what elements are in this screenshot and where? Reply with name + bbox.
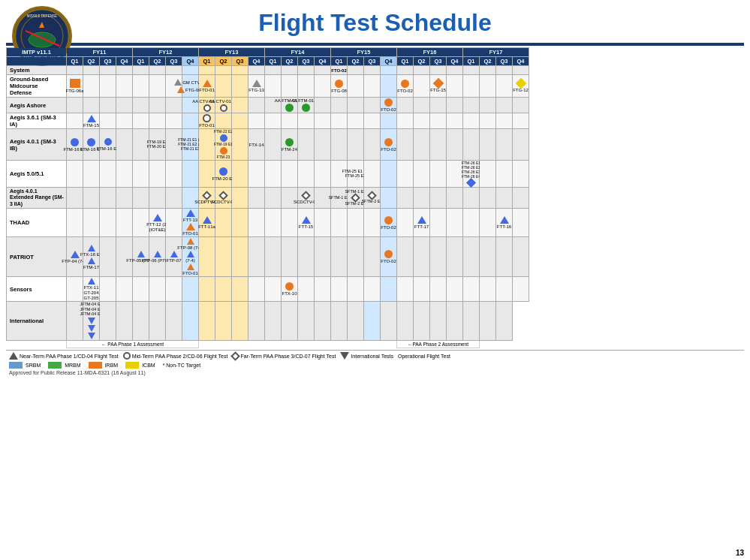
s-fy16q1 (397, 66, 414, 75)
fy17-header: FY17 (463, 48, 529, 57)
page-number: 13 (736, 549, 744, 557)
s-fy11q1 (67, 66, 83, 75)
s-fy14q4 (315, 66, 331, 75)
aegis-ashore-label: Aegis Ashore (7, 98, 67, 113)
aegis50-label: Aegis 5.0/5.1 (7, 161, 67, 188)
aegis50-row: Aegis 5.0/5.1 FTM-20 E1 (7, 161, 745, 188)
system-label: System (7, 66, 67, 75)
irbm-color (89, 362, 102, 369)
schedule-table: IMTP v11.1 FY11 FY12 FY13 FY14 FY15 FY16… (6, 47, 744, 348)
legend-diamond: Far-Term PAA Phase 3/CD-07 Flight Test (232, 353, 336, 360)
system-row: System FTO-02 (7, 66, 745, 75)
paa-row: ← PAA Phase 1 Assessment ←PAA Phase 2 As… (7, 340, 745, 348)
s-fy13q3 (232, 66, 248, 75)
s-fy12q4 (182, 66, 199, 75)
irbm-label: IRBM (105, 363, 119, 368)
s-fy13q2 (215, 66, 232, 75)
mrbm-label: MRBM (65, 363, 80, 368)
legend-tri-up-label: Near-Term PAA Phase 1/CD-04 Flight Test (20, 354, 119, 359)
icbm-legend: ICBM (125, 362, 155, 369)
imtp-label: IMTP v11.1 (7, 48, 67, 57)
gmd-fy11q1: FTG-06a (67, 75, 83, 98)
fy15-header: FY15 (331, 48, 397, 57)
svg-text:MISSILE DEFENSE: MISSILE DEFENSE (27, 14, 57, 18)
non-tc-legend: * Non-TC Target (163, 362, 200, 369)
fy11-q2: Q2 (83, 57, 100, 66)
fy11-q4: Q4 (116, 57, 133, 66)
fy14-header: FY14 (265, 48, 331, 57)
s-fy16q3 (430, 66, 447, 75)
s-fy13q4 (248, 66, 265, 75)
fy16-header: FY16 (397, 48, 463, 57)
page-title: Flight Test Schedule (258, 9, 492, 37)
fy16-q3: Q3 (430, 57, 447, 66)
legend-tri-up: Near-Term PAA Phase 1/CD-04 Flight Test (9, 352, 119, 360)
aegis401ib-row: Aegis 4.0.1 (SM-3 IB) FTM-16 E1 FTM-16 E… (7, 129, 745, 161)
aegis401ib-label: Aegis 4.0.1 (SM-3 IB) (7, 129, 67, 161)
fy17-q4: Q4 (513, 57, 529, 66)
fy11-q1: Q1 (67, 57, 83, 66)
fy11-header: FY11 (67, 48, 133, 57)
s-fy17q4 (513, 66, 529, 75)
irbm-legend: IRBM (89, 362, 119, 369)
patriot-label: PATRIOT (7, 237, 67, 277)
legend-circle-label: Mid-Term PAA Phase 2/CD-06 Flight Test (132, 354, 228, 359)
fy17-q1: Q1 (463, 57, 480, 66)
fy14-q1: Q1 (265, 57, 282, 66)
sensors-label: Sensors (7, 277, 67, 302)
fy15-q2: Q2 (348, 57, 364, 66)
fy15-q3: Q3 (364, 57, 381, 66)
s-fy15q4 (381, 66, 397, 75)
blue-bar (6, 43, 744, 46)
s-fy17q3 (496, 66, 513, 75)
footer-bottom: Approved for Public Release 11-MDA-6321 … (6, 369, 744, 376)
fy17-q2: Q2 (480, 57, 496, 66)
page-wrapper: MISSILE DEFENSE DEPARTMENT OF DEFENSE Fl… (0, 0, 750, 382)
fy12-q1: Q1 (133, 57, 149, 66)
fy14-q2: Q2 (282, 57, 298, 66)
fy17-q3: Q3 (496, 57, 513, 66)
srbm-legend: SRBM (9, 362, 41, 369)
legend-row: Near-Term PAA Phase 1/CD-04 Flight Test … (6, 350, 744, 361)
quarter-header-row: Q1 Q2 Q3 Q4 Q1 Q2 Q3 Q4 Q1 Q2 Q3 Q4 Q1 Q… (7, 57, 745, 66)
international-row: International JFTM-04 E1JFTM-04 E2JFTM-0… (7, 302, 745, 341)
s-fy12q2 (149, 66, 166, 75)
s-fy14q2 (282, 66, 298, 75)
fy14-q4: Q4 (315, 57, 331, 66)
s-fy11q2 (83, 66, 100, 75)
legend-tri-down-label: International Tests (351, 354, 393, 359)
mrbm-legend: MRBM (48, 362, 80, 369)
fy-header-row: IMTP v11.1 FY11 FY12 FY13 FY14 FY15 FY16… (7, 48, 745, 57)
s-fy15q1: FTO-02 (331, 66, 348, 75)
fy16-q2: Q2 (414, 57, 430, 66)
legend-circle: Mid-Term PAA Phase 2/CD-06 Flight Test (123, 352, 228, 360)
thaad-row: THAAD FTT-12 (2)(IOT&E) FTT-13FTO-01 FTT… (7, 209, 745, 237)
aegis-ashore-row: Aegis Ashore AA CTV-01 E1 AA CTV-01 E2 A… (7, 98, 745, 113)
approval-text: Approved for Public Release 11-MDA-6321 … (9, 370, 146, 375)
fy13-q3: Q3 (232, 57, 248, 66)
fy11-q3: Q3 (100, 57, 116, 66)
s-fy12q3 (166, 66, 182, 75)
fy14-q3: Q3 (298, 57, 315, 66)
legend-diamond-label: Far-Term PAA Phase 3/CD-07 Flight Test (240, 354, 336, 359)
international-label: International (7, 302, 67, 341)
gmd-label: Ground-based MidcourseDefense (7, 75, 67, 98)
fy16-q4: Q4 (447, 57, 463, 66)
gmd-row: Ground-based MidcourseDefense FTG-06a GM… (7, 75, 745, 98)
imtp-label-q (7, 57, 67, 66)
icbm-label: ICBM (142, 363, 155, 368)
fy16-q1: Q1 (397, 57, 414, 66)
header-area: MISSILE DEFENSE DEPARTMENT OF DEFENSE Fl… (6, 6, 744, 43)
s-fy17q1 (463, 66, 480, 75)
sensors-row: Sensors FTX-11GT-204GT-205 FTX-10 (7, 277, 745, 302)
non-tc-label: * Non-TC Target (163, 363, 200, 368)
color-legend: SRBM MRBM IRBM ICBM * Non-TC Target (6, 361, 744, 369)
legend-operational-label: Operational Flight Test (398, 354, 450, 359)
thaad-label: THAAD (7, 209, 67, 237)
s-fy14q1 (265, 66, 282, 75)
aegis401er-row: Aegis 4.0.1Extended Range (SM-3 IIA) SCD… (7, 188, 745, 209)
s-fy15q2 (348, 66, 364, 75)
s-fy11q4 (116, 66, 133, 75)
icbm-color (125, 362, 139, 369)
fy12-header: FY12 (133, 48, 199, 57)
